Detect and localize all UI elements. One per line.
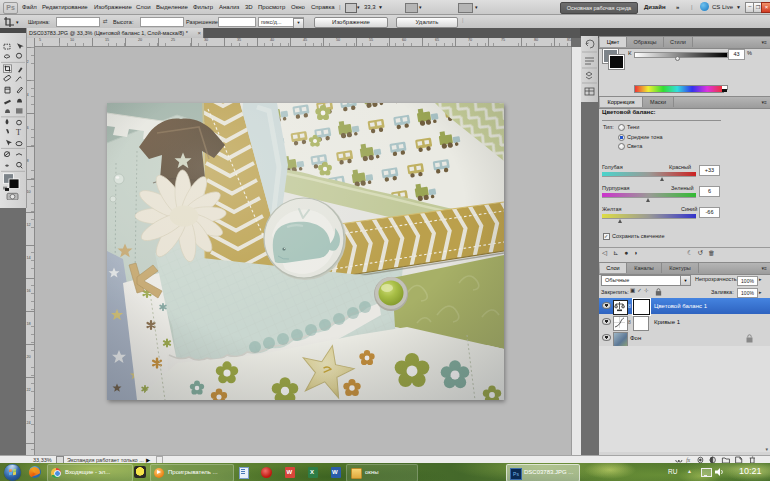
svg-text:T: T: [16, 128, 21, 137]
